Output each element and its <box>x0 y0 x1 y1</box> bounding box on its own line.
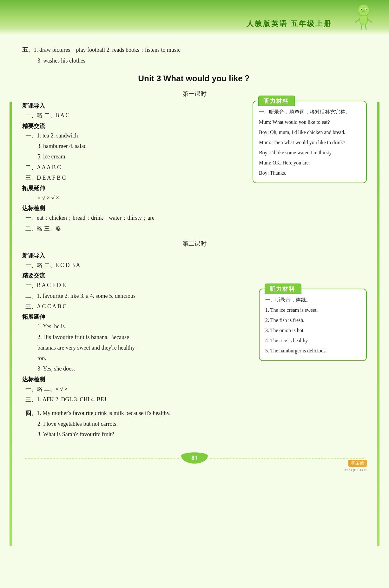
watermark-logo: 答案圈 <box>348 460 367 467</box>
left-dashes <box>25 458 179 458</box>
lesson1-listening-line3: Boy: I'd like some water. I'm thirsty. <box>259 148 360 158</box>
lesson1-listening-tag: 听力材料 <box>258 96 295 106</box>
lesson1-tuozhan-line1: × √ × √ × <box>37 193 246 203</box>
book-title: 人教版英语 五年级上册 <box>247 19 332 29</box>
page-number: 81 <box>181 452 208 464</box>
decorative-character <box>351 3 376 32</box>
lesson1-listening-line5: Boy: Thanks. <box>259 168 360 178</box>
section-five-line1: 五、1. draw pictures；play football 2. read… <box>22 44 367 55</box>
lesson1-xinkeyudao-label: 新课导入 <box>22 102 246 110</box>
lesson2-listening-line1: 2. The fish is fresh. <box>265 315 360 325</box>
section-five-line2: 3. washes his clothes <box>37 55 367 66</box>
lesson2-tuozhan-item1: 2. His favourite fruit is banana. Becaus… <box>37 332 139 364</box>
lesson2-jingyao-line3: 三、A C C A B C <box>25 301 253 312</box>
svg-point-5 <box>362 10 366 12</box>
svg-point-0 <box>358 4 369 16</box>
lesson2-situ-item1: 2. I love vegetables but not carrots. <box>37 419 367 429</box>
lesson1-jingyao-line3: 5. ice cream <box>37 151 246 162</box>
lesson2-listening-line2: 3. The onion is hot. <box>265 325 360 336</box>
lesson1-jingyao-line1: 一、1. tea 2. sandwich <box>25 130 246 141</box>
lesson1-jingyao-line4: 二、A A A B C <box>25 162 246 173</box>
lesson2-listening-tag: 听力材料 <box>265 284 301 294</box>
lesson2-content: 新课导入 一、略 二、E C D B A 精要交流 一、B A C F D E … <box>22 251 367 405</box>
lesson2-listening-intro: 一、听录音，连线。 <box>265 295 360 305</box>
lesson1-content: 新课导入 一、略 二、B A C 精要交流 一、1. tea 2. sandwi… <box>22 101 367 234</box>
svg-rect-6 <box>360 15 367 24</box>
lesson1-listening-line1: Boy: Oh, mum, I'd like chicken and bread… <box>259 127 360 137</box>
watermark: 答案圈 MXQE.COM <box>344 460 367 472</box>
lesson1-listening-box: 听力材料 一、听录音，填单词，将对话补充完整。 Mum: What would … <box>253 101 367 183</box>
lesson1-jingyao-line2: 3. hamburger 4. salad <box>37 141 246 151</box>
lesson1-tuozhan-label: 拓展延伸 <box>22 184 246 192</box>
page-footer: 81 答案圈 MXQE.COM <box>22 452 367 464</box>
lesson2-left: 新课导入 一、略 二、E C D B A 精要交流 一、B A C F D E … <box>22 251 253 405</box>
svg-line-9 <box>361 24 362 29</box>
lesson2-listening-line0: 1. The ice cream is sweet. <box>265 305 360 315</box>
svg-line-8 <box>367 19 372 22</box>
lesson2-listening-content: 一、听录音，连线。 1. The ice cream is sweet. 2. … <box>265 295 360 356</box>
top-banner: 人教版英语 五年级上册 <box>0 0 389 35</box>
lesson1-listening-intro: 一、听录音，填单词，将对话补充完整。 <box>259 107 360 117</box>
svg-point-4 <box>366 9 367 10</box>
lesson2-tuozhan-item0: 1. Yes, he is. <box>37 321 253 332</box>
lesson2-dabiao-line1: 一、略 二、× √ × <box>25 384 253 394</box>
lesson2-jingyao-label: 精要交流 <box>22 272 253 279</box>
lesson2-header: 第二课时 <box>22 240 367 248</box>
lesson2-situ-item2: 3. What is Sarah's favourite fruit? <box>37 429 367 440</box>
lesson2-jingyao-line2: 二、1. favourite 2. like 3. a 4. some 5. d… <box>25 291 253 301</box>
lesson2-listening-line4: 5. The hamburger is delicious. <box>265 346 360 356</box>
lesson1-left: 新课导入 一、略 二、B A C 精要交流 一、1. tea 2. sandwi… <box>22 101 246 234</box>
unit-title: Unit 3 What would you like？ <box>22 73 367 84</box>
lesson1-jingyao-label: 精要交流 <box>22 122 246 130</box>
lesson2-situ: 四、1. My mother's favourite drink is milk… <box>22 408 367 440</box>
lesson1-dabiao-line1: 一、eat；chicken；bread；drink；water；thirsty；… <box>25 213 246 223</box>
lesson1-listening-line2: Mum: Then what would you like to drink? <box>259 137 360 148</box>
right-dashes <box>210 458 364 458</box>
lesson2-xinkeyudao-label: 新课导入 <box>22 252 253 259</box>
section-five: 五、1. draw pictures；play football 2. read… <box>22 44 367 66</box>
lesson1-listening-line4: Mum: OK. Here you are. <box>259 158 360 168</box>
watermark-site: MXQE.COM <box>344 467 367 472</box>
left-decorative-bar <box>10 102 12 546</box>
lesson2-dabiao-line2: 三、1. AFK 2. DGL 3. CHI 4. BEJ <box>25 394 253 405</box>
svg-line-10 <box>365 24 366 29</box>
svg-point-3 <box>361 9 362 10</box>
lesson2-situ-item0: 四、1. My mother's favourite drink is milk… <box>25 408 367 418</box>
lesson1-header: 第一课时 <box>22 90 367 98</box>
lesson2-xinkeyudao-line1: 一、略 二、E C D B A <box>25 260 253 271</box>
lesson2-tuozhan-label: 拓展延伸 <box>22 313 253 321</box>
lesson2-jingyao-line1: 一、B A C F D E <box>25 280 253 291</box>
lesson2-tuozhan-item2: 3. Yes, she does. <box>37 364 253 374</box>
lesson2-listening-box: 听力材料 一、听录音，连线。 1. The ice cream is sweet… <box>259 289 367 361</box>
lesson2-listening-line3: 4. The rice is healthy. <box>265 336 360 346</box>
lesson1-xinkeyudao-line1: 一、略 二、B A C <box>25 110 246 121</box>
right-decorative-bar <box>377 102 379 546</box>
lesson2-dabiao-label: 达标检测 <box>22 376 253 383</box>
svg-line-7 <box>355 19 360 22</box>
section-five-label: 五、 <box>22 47 34 53</box>
lesson1-dabiao-label: 达标检测 <box>22 204 246 212</box>
lesson1-dabiao-line2: 二、略 三、略 <box>25 224 246 234</box>
lesson1-listening-content: 一、听录音，填单词，将对话补充完整。 Mum: What would you l… <box>259 107 360 178</box>
lesson1-jingyao-line5: 三、D E A F B C <box>25 173 246 183</box>
lesson1-listening-line0: Mum: What would you like to eat? <box>259 117 360 127</box>
